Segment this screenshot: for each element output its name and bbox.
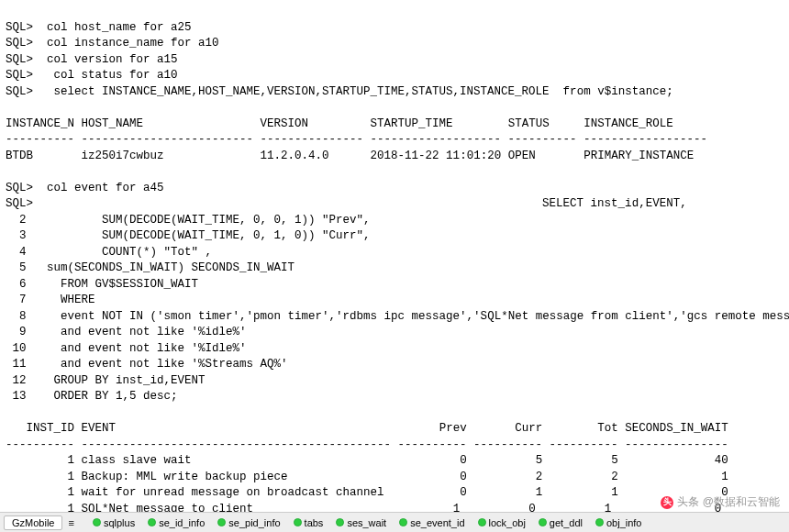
tab-sqlplus[interactable]: sqlplus — [89, 516, 139, 529]
tab-se-event-id[interactable]: se_event_id — [395, 516, 468, 529]
status-bar: GzMobile ≡ sqlplus se_id_info se_pid_inf… — [0, 512, 789, 532]
status-dot-icon — [539, 518, 547, 526]
tab-lock-obj[interactable]: lock_obj — [474, 516, 529, 529]
status-dot-icon — [294, 518, 302, 526]
tab-ses-wait[interactable]: ses_wait — [332, 516, 390, 529]
table-row: 1 — [68, 503, 75, 513]
col-instance-n: INSTANCE_N — [6, 117, 74, 130]
status-dot-icon — [595, 518, 604, 526]
session-button[interactable]: GzMobile — [4, 515, 62, 530]
watermark: 头 头条 @数据和云智能 — [661, 494, 780, 510]
status-dot-icon — [93, 518, 101, 526]
tab-tabs[interactable]: tabs — [290, 516, 328, 529]
status-dot-icon — [399, 518, 407, 526]
terminal-output: SQL> col host_name for a25 SQL> col inst… — [0, 0, 789, 512]
table-row: 1 — [68, 454, 75, 467]
status-dot-icon — [217, 518, 226, 526]
instance-row: BTDB — [6, 150, 33, 162]
table-row: 1 — [68, 486, 75, 499]
menu-icon[interactable]: ≡ — [68, 517, 73, 528]
table-row: 1 — [68, 471, 75, 483]
tab-get-ddl[interactable]: get_ddl — [535, 516, 586, 529]
sql-prompt: SQL> — [6, 21, 33, 34]
status-dot-icon — [478, 518, 486, 526]
tab-se-id-info[interactable]: se_id_info — [144, 516, 208, 529]
status-dot-icon — [336, 518, 344, 526]
watermark-icon: 头 — [661, 496, 673, 509]
tab-obj-info[interactable]: obj_info — [592, 516, 646, 529]
status-dot-icon — [148, 518, 156, 526]
tab-se-pid-info[interactable]: se_pid_info — [214, 516, 283, 529]
col-inst-id: INST_ID — [27, 422, 75, 435]
